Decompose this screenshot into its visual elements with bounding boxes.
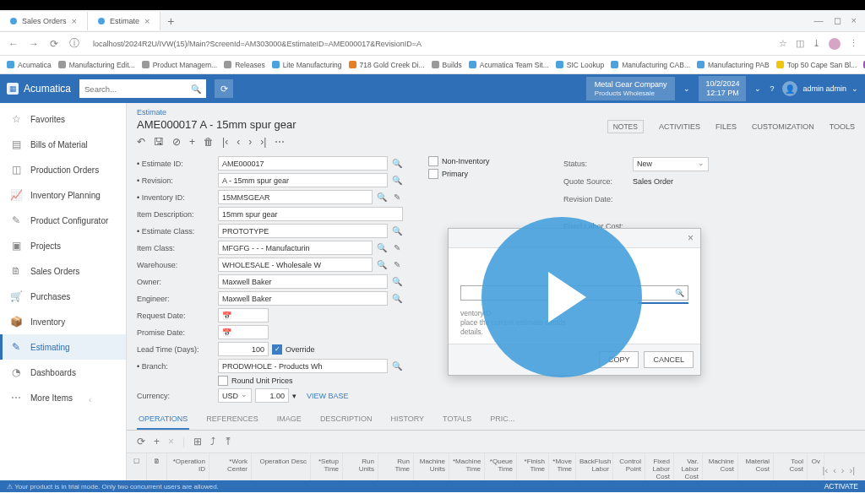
minimize-icon[interactable]: —: [814, 15, 824, 26]
grid-column-header[interactable]: BackFlush Labor: [576, 453, 613, 480]
menu-icon[interactable]: ⋮: [849, 38, 858, 50]
branch-input[interactable]: PRODWHOLE - Products Wh: [218, 359, 388, 373]
next-icon[interactable]: ›: [248, 136, 252, 148]
grid-column-header[interactable]: Machine Units: [414, 453, 449, 480]
revision-input[interactable]: A - 15mm spur gear: [218, 173, 388, 187]
sidebar-item-estimating[interactable]: ✎Estimating: [0, 334, 126, 360]
bookmark[interactable]: Releases: [224, 61, 264, 69]
chevron-down-icon[interactable]: ⌄: [851, 84, 858, 93]
status-select[interactable]: New: [633, 157, 709, 171]
tab-operations[interactable]: OPERATIONS: [137, 409, 189, 430]
profile-icon[interactable]: [829, 38, 841, 50]
owner-input[interactable]: Maxwell Baker: [218, 274, 388, 289]
more-icon[interactable]: ⋯: [275, 136, 285, 148]
item-desc-input[interactable]: 15mm spur gear: [218, 207, 403, 221]
last-icon[interactable]: ›|: [260, 136, 266, 148]
tab-description[interactable]: DESCRIPTION: [318, 409, 374, 430]
activities-link[interactable]: ACTIVITIES: [659, 122, 700, 131]
url-field[interactable]: localhost/2024R2U/IVW(15)/Main?ScreenId=…: [88, 40, 772, 48]
edit-icon[interactable]: ✎: [391, 243, 403, 252]
bookmark[interactable]: SIC Lookup: [556, 61, 604, 69]
sidebar-item-favorites[interactable]: ☆Favorites: [0, 106, 126, 132]
sidebar-item-inventory-planning[interactable]: 📈Inventory Planning: [0, 182, 126, 208]
back-icon[interactable]: ←: [7, 38, 20, 50]
search-field[interactable]: [84, 84, 191, 94]
user-menu[interactable]: 👤 admin admin ⌄: [782, 81, 858, 96]
sidebar-item-purchases[interactable]: 🛒Purchases: [0, 284, 126, 309]
app-brand[interactable]: ▦ Acumatica: [7, 83, 71, 95]
play-overlay[interactable]: [481, 217, 642, 377]
extension-icon[interactable]: ◫: [796, 38, 804, 50]
currency-select[interactable]: USD: [218, 388, 252, 403]
forward-icon[interactable]: →: [27, 38, 41, 50]
bookmark[interactable]: Acumatica: [7, 61, 52, 69]
grid-next-icon[interactable]: ›: [841, 465, 845, 475]
bookmark[interactable]: Lite Manufacturing: [272, 61, 342, 69]
grid-column-header[interactable]: Control Point: [613, 453, 645, 480]
search-icon[interactable]: 🔍: [376, 243, 388, 252]
non-inventory-checkbox[interactable]: [428, 156, 438, 166]
grid-column-header[interactable]: *Move Time: [549, 453, 576, 480]
reload-icon[interactable]: ⟳: [47, 38, 61, 50]
grid-first-icon[interactable]: |‹: [823, 465, 829, 475]
search-icon[interactable]: 🔍: [376, 192, 388, 202]
first-icon[interactable]: |‹: [222, 136, 228, 148]
bookmark[interactable]: Product Managem...: [142, 61, 218, 69]
business-date[interactable]: 10/2/2024 12:17 PM: [699, 76, 746, 101]
close-icon[interactable]: ×: [72, 16, 77, 26]
browser-tab[interactable]: Sales Orders ×: [0, 12, 88, 30]
grid-column-header[interactable]: *Machine Time: [449, 453, 485, 480]
edit-icon[interactable]: ✎: [391, 192, 403, 202]
grid-column-header[interactable]: *Work Center: [209, 453, 252, 480]
bookmark[interactable]: Manufacturing CAB...: [611, 61, 690, 69]
tab-history[interactable]: HISTORY: [389, 409, 426, 430]
view-base-link[interactable]: VIEW BASE: [307, 392, 349, 400]
customization-link[interactable]: CUSTOMIZATION: [752, 122, 814, 131]
grid-column-header[interactable]: Run Units: [343, 453, 378, 480]
search-icon[interactable]: 🔍: [191, 84, 201, 94]
edit-icon[interactable]: ✎: [391, 260, 403, 269]
activate-link[interactable]: ACTIVATE: [824, 482, 858, 490]
sidebar-item-production-orders[interactable]: ◫Production Orders: [0, 157, 126, 182]
bookmark[interactable]: Acumatica Team Sit...: [469, 61, 549, 69]
delete-icon[interactable]: 🗑: [204, 136, 214, 148]
promise-date-input[interactable]: 📅: [218, 325, 269, 339]
grid-column-header[interactable]: Run Time: [378, 453, 414, 480]
search-icon[interactable]: 🔍: [391, 176, 403, 185]
close-icon[interactable]: ×: [144, 16, 150, 26]
help-icon[interactable]: ?: [770, 84, 774, 93]
bookmark[interactable]: 718 Gold Creek Di...: [349, 61, 425, 69]
grid-add-icon[interactable]: +: [154, 436, 160, 447]
grid-delete-icon[interactable]: ×: [168, 436, 174, 447]
sidebar-item-sales-orders[interactable]: 🗎Sales Orders: [0, 258, 126, 284]
currency-rate[interactable]: 1.00: [255, 388, 289, 403]
sidebar-item-bills-of-material[interactable]: ▤Bills of Material: [0, 132, 126, 157]
browser-tab[interactable]: Estimate ×: [88, 12, 160, 30]
grid-note-col[interactable]: 🗎: [147, 453, 167, 480]
warehouse-input[interactable]: WHOLESALE - Wholesale W: [218, 257, 373, 272]
grid-export-icon[interactable]: ⤴: [210, 436, 215, 447]
cancel-icon[interactable]: ⊘: [172, 136, 181, 148]
grid-column-header[interactable]: *Finish Time: [517, 453, 549, 480]
grid-column-header[interactable]: Var. Labor Cost: [674, 453, 703, 480]
grid-column-header[interactable]: Operation Desc: [252, 453, 311, 480]
close-window-icon[interactable]: ×: [851, 15, 857, 26]
override-checkbox[interactable]: ✓: [272, 344, 282, 355]
grid-refresh-icon[interactable]: ⟳: [137, 436, 145, 447]
search-icon[interactable]: 🔍: [391, 277, 403, 286]
grid-column-header[interactable]: *Operation ID: [167, 453, 209, 480]
add-icon[interactable]: +: [189, 136, 195, 148]
maximize-icon[interactable]: ◻: [834, 15, 841, 26]
search-icon[interactable]: 🔍: [391, 294, 403, 303]
close-icon[interactable]: ×: [688, 232, 694, 244]
engineer-input[interactable]: Maxwell Baker: [218, 291, 388, 306]
star-icon[interactable]: ☆: [779, 38, 787, 50]
estimate-class-input[interactable]: PROTOTYPE: [218, 224, 388, 238]
request-date-input[interactable]: 📅: [218, 308, 269, 322]
notes-button[interactable]: NOTES: [607, 120, 644, 133]
sidebar-item-product-configurator[interactable]: ✎Product Configurator: [0, 208, 126, 233]
sidebar-item-projects[interactable]: ▣Projects: [0, 233, 126, 258]
cancel-button[interactable]: CANCEL: [644, 351, 694, 368]
search-icon[interactable]: 🔍: [391, 226, 403, 236]
new-tab-button[interactable]: +: [160, 14, 181, 28]
